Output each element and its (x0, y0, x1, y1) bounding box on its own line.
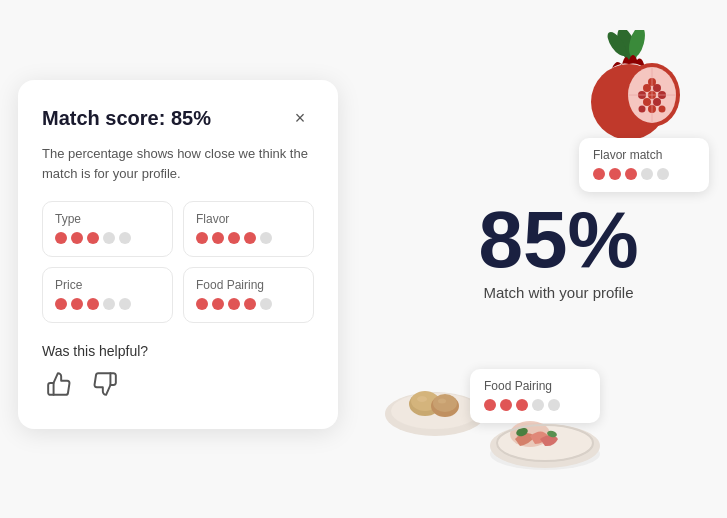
match-score-card: Match score: 85% × The percentage shows … (18, 80, 338, 429)
thumbdown-button[interactable] (88, 369, 122, 405)
metric-flavor-label: Flavor (196, 212, 301, 226)
dot (228, 232, 240, 244)
pomegranate-image (567, 30, 687, 140)
flavor-match-tooltip: Flavor match (579, 138, 709, 192)
card-description: The percentage shows how close we think … (42, 144, 314, 183)
dot (228, 298, 240, 310)
metric-price: Price (42, 267, 173, 323)
dot (260, 298, 272, 310)
dot (87, 232, 99, 244)
right-area: Flavor match 85% Match with your profile (380, 30, 717, 488)
svg-point-26 (438, 399, 446, 404)
match-subtitle: Match with your profile (410, 284, 707, 301)
dot (641, 168, 653, 180)
dot (260, 232, 272, 244)
dot (196, 298, 208, 310)
percent-number: 85% (410, 200, 707, 280)
dot (196, 232, 208, 244)
dot (71, 232, 83, 244)
dot (103, 232, 115, 244)
big-percent-area: 85% Match with your profile (410, 200, 707, 301)
dot (593, 168, 605, 180)
dot (119, 298, 131, 310)
close-button[interactable]: × (286, 104, 314, 132)
metric-type-dots (55, 232, 160, 244)
metric-price-label: Price (55, 278, 160, 292)
svg-point-15 (639, 106, 646, 113)
metric-type-label: Type (55, 212, 160, 226)
dot (103, 298, 115, 310)
dot (244, 298, 256, 310)
dot (244, 232, 256, 244)
helpful-question: Was this helpful? (42, 343, 314, 359)
svg-point-12 (643, 98, 651, 106)
flavor-match-dots (593, 168, 695, 180)
thumbup-button[interactable] (42, 369, 76, 405)
svg-point-16 (659, 106, 666, 113)
plate-right (480, 374, 610, 478)
helpful-section: Was this helpful? (42, 343, 314, 405)
dot (87, 298, 99, 310)
flavor-match-label: Flavor match (593, 148, 695, 162)
metric-flavor-dots (196, 232, 301, 244)
card-title: Match score: 85% (42, 107, 211, 130)
metric-food-pairing: Food Pairing (183, 267, 314, 323)
dot (55, 298, 67, 310)
dot (657, 168, 669, 180)
dot (55, 232, 67, 244)
dot (625, 168, 637, 180)
dot (119, 232, 131, 244)
metric-flavor: Flavor (183, 201, 314, 257)
svg-point-13 (653, 98, 661, 106)
metric-food-pairing-dots (196, 298, 301, 310)
metric-food-pairing-label: Food Pairing (196, 278, 301, 292)
dot (609, 168, 621, 180)
dot (212, 232, 224, 244)
metric-type: Type (42, 201, 173, 257)
dot (212, 298, 224, 310)
svg-point-24 (433, 394, 457, 412)
svg-point-25 (417, 396, 427, 402)
metrics-grid: Type Flavor Price (42, 201, 314, 323)
dot (71, 298, 83, 310)
metric-price-dots (55, 298, 160, 310)
helpful-buttons (42, 369, 314, 405)
card-header: Match score: 85% × (42, 104, 314, 132)
